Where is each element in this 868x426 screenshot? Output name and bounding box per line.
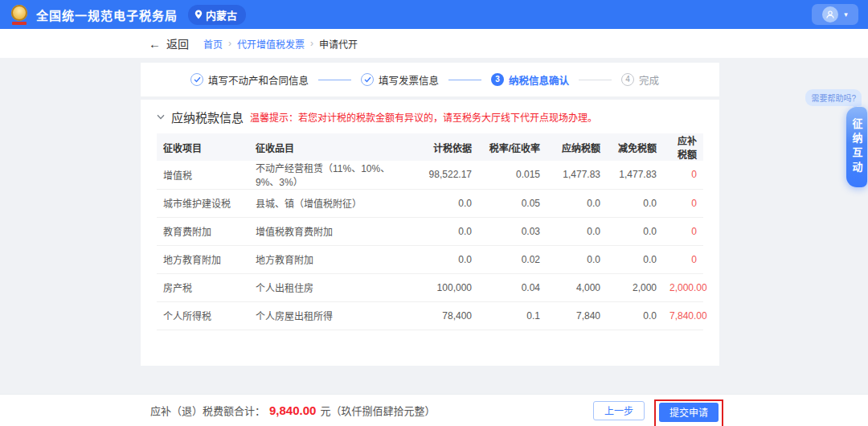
table-cell: 2,000.00 xyxy=(663,273,703,301)
collapse-chevron-icon[interactable] xyxy=(157,114,165,120)
step-label: 填写不动产和合同信息 xyxy=(208,72,309,88)
step-connector xyxy=(579,80,612,80)
back-label: 返回 xyxy=(166,35,189,51)
table-header-cell: 减免税额 xyxy=(607,133,663,161)
location-pin-icon xyxy=(194,10,203,19)
table-cell: 县城、镇（增值税附征） xyxy=(249,189,410,217)
table-cell: 7,840.00 xyxy=(663,301,703,330)
top-header-bar: 全国统一规范电子税务局 内蒙古 ▾ xyxy=(0,0,868,29)
table-cell: 教育费附加 xyxy=(157,217,249,245)
back-button[interactable]: ← 返回 xyxy=(149,35,189,51)
table-cell: 0.04 xyxy=(478,273,547,301)
table-cell: 增值税教育费附加 xyxy=(249,217,410,245)
tax-info-card: 应纳税款信息 温馨提示：若您对计税的税款金额有异议的，请至税务大厅线下代开点现场… xyxy=(141,100,719,366)
total-amount-summary: 应补（退）税费额合计： 9,840.00 元（玖仟捌佰肆拾元整） xyxy=(150,403,435,418)
table-cell: 0.0 xyxy=(547,189,607,217)
step-indicator: 填写不动产和合同信息 填写发票信息 3 纳税信息确认 4 完成 xyxy=(141,63,719,96)
table-cell: 不动产经营租赁（11%、10%、9%、3%） xyxy=(249,161,410,189)
step-label: 填写发票信息 xyxy=(379,72,439,88)
brand: 全国统一规范电子税务局 内蒙古 xyxy=(10,2,246,27)
step-label: 纳税信息确认 xyxy=(509,72,569,88)
table-cell: 0.0 xyxy=(547,245,607,273)
breadcrumb-separator: › xyxy=(310,38,313,49)
step-number-icon: 3 xyxy=(491,73,504,86)
table-header-cell: 税率/征收率 xyxy=(478,133,547,161)
table-cell: 0.015 xyxy=(478,161,547,189)
national-emblem-icon xyxy=(11,5,27,21)
table-row: 房产税 个人出租住房 100,000 0.04 4,000 2,000 2,00… xyxy=(157,273,703,301)
table-cell: 78,400 xyxy=(410,301,478,330)
tax-bureau-logo xyxy=(10,2,29,27)
table-row: 增值税 不动产经营租赁（11%、10%、9%、3%） 98,522.17 0.0… xyxy=(157,161,703,189)
table-cell: 0 xyxy=(663,161,703,189)
breadcrumb-invoice[interactable]: 代开增值税发票 xyxy=(237,37,305,51)
table-cell: 地方教育附加 xyxy=(157,245,249,273)
total-label: 应补（退）税费额合计： xyxy=(150,403,265,418)
table-header-cell: 征收项目 xyxy=(157,133,249,161)
table-cell: 1,477.83 xyxy=(607,161,663,189)
total-amount-words: 元（玖仟捌佰肆拾元整） xyxy=(320,403,435,418)
table-row: 个人所得税 个人房屋出租所得 78,400 0.1 7,840 0.0 7,84… xyxy=(157,301,703,330)
table-cell: 0.0 xyxy=(547,217,607,245)
table-cell: 0 xyxy=(663,217,703,245)
table-cell: 100,000 xyxy=(410,273,478,301)
table-cell: 1,477.83 xyxy=(547,161,607,189)
table-cell: 0.0 xyxy=(607,217,663,245)
step-connector xyxy=(448,80,481,80)
user-menu[interactable]: ▾ xyxy=(812,4,858,25)
table-cell: 增值税 xyxy=(157,161,249,189)
table-cell: 0.0 xyxy=(410,245,478,273)
table-cell: 0 xyxy=(663,189,703,217)
location-selector[interactable]: 内蒙古 xyxy=(188,5,246,25)
step-3-tax-confirmation: 3 纳税信息确认 xyxy=(491,72,569,88)
previous-step-button[interactable]: 上一步 xyxy=(593,401,645,420)
step-connector xyxy=(318,80,351,80)
step-label: 完成 xyxy=(639,72,659,88)
table-header-cell: 计税依据 xyxy=(410,133,478,161)
logo-red-mark xyxy=(12,22,27,25)
tax-interaction-button[interactable]: 征纳互动 xyxy=(846,107,867,187)
help-tooltip: 需要帮助吗? xyxy=(805,89,862,106)
table-header-row: 征收项目 征收品目 计税依据 税率/征收率 应纳税额 减免税额 应补税额 xyxy=(157,133,703,161)
table-row: 教育费附加 增值税教育费附加 0.0 0.03 0.0 0.0 0 xyxy=(157,217,703,245)
table-cell: 城市维护建设税 xyxy=(157,189,249,217)
screen: 全国统一规范电子税务局 内蒙古 ▾ ← 返回 首页 › 代开增值税发票 › 申请… xyxy=(0,0,868,426)
step-1-fill-property-info: 填写不动产和合同信息 xyxy=(190,72,309,88)
sub-header-bar: ← 返回 首页 › 代开增值税发票 › 申请代开 xyxy=(0,29,868,58)
table-cell: 0.1 xyxy=(478,301,547,330)
table-cell: 0.0 xyxy=(410,217,478,245)
breadcrumb-home[interactable]: 首页 xyxy=(203,37,223,51)
table-header-cell: 应补税额 xyxy=(663,133,703,161)
table-cell: 个人出租住房 xyxy=(249,273,410,301)
table-cell: 98,522.17 xyxy=(410,161,478,189)
app-title: 全国统一规范电子税务局 xyxy=(36,6,178,23)
table-cell: 0.02 xyxy=(478,245,547,273)
table-cell: 0.0 xyxy=(607,301,663,330)
table-row: 城市维护建设税 县城、镇（增值税附征） 0.0 0.05 0.0 0.0 0 xyxy=(157,189,703,217)
table-cell: 7,840 xyxy=(547,301,607,330)
footer-bar: 应补（退）税费额合计： 9,840.00 元（玖仟捌佰肆拾元整） 上一步 提交申… xyxy=(0,394,868,426)
table-cell: 0.0 xyxy=(607,189,663,217)
user-avatar-icon xyxy=(822,6,838,23)
tax-table: 征收项目 征收品目 计税依据 税率/征收率 应纳税额 减免税额 应补税额 增值税… xyxy=(157,133,703,330)
footer-actions: 上一步 提交申请 xyxy=(593,399,723,422)
table-header-cell: 征收品目 xyxy=(249,133,410,161)
breadcrumb-separator: › xyxy=(228,38,231,49)
table-cell: 4,000 xyxy=(547,273,607,301)
table-cell: 个人所得税 xyxy=(157,301,249,330)
chevron-down-icon: ▾ xyxy=(844,11,848,18)
back-arrow-icon: ← xyxy=(149,37,161,51)
check-icon xyxy=(361,73,374,86)
table-row: 地方教育附加 地方教育附加 0.0 0.02 0.0 0.0 0 xyxy=(157,245,703,273)
table-cell: 2,000 xyxy=(607,273,663,301)
table-cell: 个人房屋出租所得 xyxy=(249,301,410,330)
table-cell: 0.03 xyxy=(478,217,547,245)
section-title: 应纳税款信息 xyxy=(171,109,244,125)
section-warning-text: 温馨提示：若您对计税的税款金额有异议的，请至税务大厅线下代开点现场办理。 xyxy=(250,110,597,124)
location-label: 内蒙古 xyxy=(206,7,237,23)
table-header-cell: 应纳税额 xyxy=(547,133,607,161)
total-amount: 9,840.00 xyxy=(269,403,316,417)
submit-application-button[interactable]: 提交申请 xyxy=(659,403,719,422)
breadcrumb-current: 申请代开 xyxy=(319,37,358,51)
table-cell: 0.0 xyxy=(410,189,478,217)
